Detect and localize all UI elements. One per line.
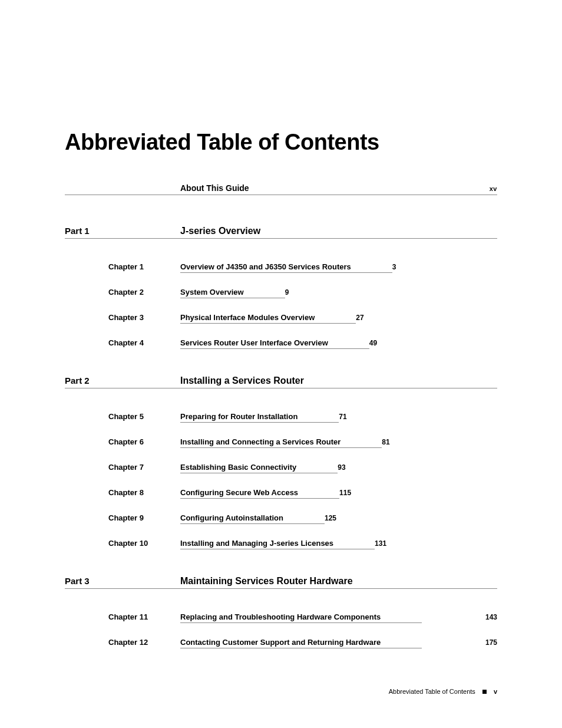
chapter-label: Chapter 9 [108,513,180,522]
chapter-page: 71 [339,413,346,421]
footer-text: Abbreviated Table of Contents [389,688,475,695]
chapter-row: Chapter 2System Overview9 [108,288,497,297]
page-title: Abbreviated Table of Contents [65,130,497,155]
chapter-row: Chapter 1Overview of J4350 and J6350 Ser… [108,262,497,271]
part-title: Installing a Services Router [180,375,304,386]
chapter-page: 175 [485,638,497,647]
chapter-page: 143 [485,613,497,621]
chapter-row: Chapter 10Installing and Managing J-seri… [108,539,497,548]
chapter-label: Chapter 4 [108,338,180,347]
chapter-label: Chapter 2 [108,288,180,297]
chapter-title: Services Router User Interface Overview [180,338,328,347]
chapter-label: Chapter 3 [108,313,180,322]
chapter-row: Chapter 3Physical Interface Modules Over… [108,313,497,322]
chapter-title: Establishing Basic Connectivity [180,463,296,472]
chapter-title: Replacing and Troubleshooting Hardware C… [180,612,381,621]
chapter-row: Chapter 4Services Router User Interface … [108,338,497,347]
part-label: Part 1 [65,226,180,236]
chapter-title: Physical Interface Modules Overview [180,313,315,322]
part-label: Part 3 [65,576,180,586]
chapter-row: Chapter 11Replacing and Troubleshooting … [108,612,497,621]
chapter-label: Chapter 6 [108,437,180,446]
chapter-label: Chapter 7 [108,463,180,472]
part-row: Part 2Installing a Services Router [65,375,497,388]
chapter-title: Configuring Autoinstallation [180,513,283,522]
chapter-row: Chapter 8Configuring Secure Web Access11… [108,488,497,497]
chapter-label: Chapter 8 [108,488,180,497]
about-guide-label: About This Guide [180,183,249,193]
chapter-title: Installing and Managing J-series License… [180,539,333,548]
chapter-row: Chapter 12Contacting Customer Support an… [108,638,497,647]
toc-top-entry: About This Guide xv [65,183,497,195]
chapter-label: Chapter 10 [108,539,180,548]
chapter-title: Installing and Connecting a Services Rou… [180,437,340,446]
chapter-page: 125 [325,514,336,522]
about-guide-page: xv [490,185,497,192]
part-row: Part 1J-series Overview [65,226,497,239]
part-title: J-series Overview [180,226,260,236]
chapter-page: 131 [375,539,386,548]
chapter-page: 93 [338,463,345,472]
chapter-page: 3 [392,263,396,271]
chapter-label: Chapter 12 [108,638,180,647]
part-row: Part 3Maintaining Services Router Hardwa… [65,576,497,589]
chapter-title: System Overview [180,288,244,297]
page-footer: Abbreviated Table of Contents v [389,688,497,695]
chapter-page: 81 [382,438,389,446]
part-title: Maintaining Services Router Hardware [180,576,353,587]
chapter-title: Configuring Secure Web Access [180,488,298,497]
chapter-page: 115 [339,489,351,497]
chapter-row: Chapter 7Establishing Basic Connectivity… [108,463,497,472]
chapter-title: Preparing for Router Installation [180,412,297,421]
chapter-title: Contacting Customer Support and Returnin… [180,638,381,647]
footer-square-icon [482,690,487,694]
chapter-page: 9 [285,288,289,297]
chapter-page: 49 [369,339,377,347]
chapter-title: Overview of J4350 and J6350 Services Rou… [180,262,351,271]
footer-page-number: v [494,688,497,695]
chapter-row: Chapter 9Configuring Autoinstallation125 [108,513,497,522]
chapter-label: Chapter 11 [108,612,180,621]
chapter-page: 27 [356,314,363,322]
part-label: Part 2 [65,375,180,386]
chapter-row: Chapter 6Installing and Connecting a Ser… [108,437,497,446]
chapter-label: Chapter 5 [108,412,180,421]
chapter-row: Chapter 5Preparing for Router Installati… [108,412,497,421]
chapter-label: Chapter 1 [108,262,180,271]
table-of-contents: About This Guide xv Part 1J-series Overv… [65,183,497,675]
